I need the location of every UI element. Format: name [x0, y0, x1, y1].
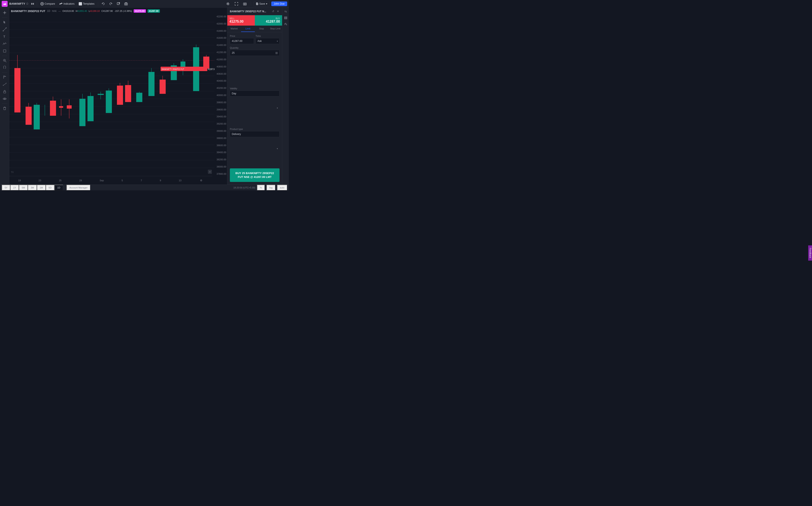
order-panel-close-btn[interactable]: ✕	[276, 9, 280, 13]
svg-rect-80	[98, 94, 104, 95]
rmt-sliders-btn[interactable]	[283, 21, 289, 27]
tab-stop-limit[interactable]: Stop Limit	[268, 25, 282, 32]
chart-area[interactable]: BANKNIFTY 29SEP22 FUT 1D NSE — O41519.00…	[9, 8, 227, 184]
indicators-btn[interactable]: Indicators	[58, 1, 76, 6]
order-panel-refresh-btn[interactable]: ↺	[272, 9, 275, 13]
bottom-bar: 5Y 1Y 6M 3M 1M 5D 1D Account Manager 18:…	[0, 184, 289, 190]
symbol-display[interactable]: BANKNIFTY	[9, 2, 25, 5]
order-form: Price Ticks Ask Bid Last Quantit	[227, 32, 282, 184]
topbar-right: Save ▾ John Doe	[224, 0, 287, 7]
lock-btn[interactable]	[1, 88, 8, 95]
time-settings-btn[interactable]: ⚙	[199, 178, 203, 183]
save-btn[interactable]: Save ▾	[253, 1, 270, 6]
price-group: Price	[230, 35, 254, 44]
eye-btn[interactable]	[1, 95, 8, 102]
trash-btn[interactable]	[1, 105, 8, 112]
bar-type-btn[interactable]	[30, 0, 35, 7]
svg-rect-86	[125, 85, 131, 102]
zoom-in-btn[interactable]	[1, 57, 8, 64]
svg-text:BANKNIFTY 29SEP22 FUT: BANKNIFTY 29SEP22 FUT	[162, 68, 184, 70]
svg-point-23	[3, 31, 3, 31]
user-btn[interactable]: John Doe	[271, 1, 287, 6]
calculator-icon[interactable]: ⊞	[275, 51, 278, 55]
price-40600: 40600.00	[212, 73, 227, 75]
sell-label: SELL	[229, 17, 253, 20]
svg-rect-82	[106, 91, 112, 113]
tf-1y[interactable]: 1Y	[10, 185, 19, 191]
camera-btn[interactable]	[123, 0, 129, 7]
account-manager-btn[interactable]: Account Manager	[67, 185, 90, 191]
svg-rect-76	[79, 99, 85, 126]
interval-display[interactable]: D	[26, 2, 28, 5]
svg-rect-0	[31, 3, 32, 5]
templates-btn[interactable]: Templates	[77, 1, 96, 6]
redo-btn[interactable]	[107, 0, 114, 7]
tf-6m[interactable]: 6M	[19, 185, 28, 191]
tf-5y[interactable]: 5Y	[2, 185, 10, 191]
bottom-bar-right: 18:20:56 (UTC+5:30) % log auto	[233, 185, 287, 191]
svg-rect-26	[3, 50, 6, 52]
cursor-btn[interactable]	[1, 19, 8, 25]
time-9: 9	[160, 179, 161, 182]
tf-3m[interactable]: 3M	[28, 185, 36, 191]
measure-btn[interactable]	[1, 81, 8, 88]
price-41800: 41800.00	[212, 29, 227, 32]
sell-header-btn[interactable]: SELL 41275.00	[227, 15, 255, 25]
product-type-select[interactable]: Delivery Intraday	[230, 131, 280, 137]
auto-btn[interactable]: auto	[277, 185, 287, 191]
time-5: 5	[122, 179, 123, 182]
validity-group: Validity Day IOC GTC	[230, 87, 280, 125]
price-38800: 38800.00	[212, 137, 227, 140]
quantity-wrapper: ⊞	[230, 50, 280, 56]
price-41000: 41000.00	[212, 58, 227, 61]
svg-rect-10	[117, 3, 119, 5]
crosshair-btn[interactable]	[1, 9, 8, 16]
svg-point-14	[227, 3, 229, 4]
tab-stop[interactable]: Stop	[255, 25, 269, 32]
percent-btn[interactable]: %	[257, 185, 265, 191]
tab-market[interactable]: Market	[227, 25, 241, 32]
tf-5d[interactable]: 5D	[46, 185, 54, 191]
elliott-wave-btn[interactable]	[1, 40, 8, 47]
buy-order-btn[interactable]: BUY 25 BANKNIFTY 29SEP22 FUT NSE @ 41287…	[230, 168, 280, 182]
shapes-btn[interactable]	[1, 48, 8, 54]
log-btn[interactable]: log	[267, 185, 275, 191]
fullscreen-btn[interactable]	[233, 0, 240, 7]
tf-1m[interactable]: 1M	[37, 185, 46, 191]
symbol-bar: BANKNIFTY 29SEP22 FUT 1D NSE — O41519.00…	[9, 8, 227, 14]
time-29: 29	[79, 179, 82, 182]
price-input[interactable]	[230, 38, 254, 44]
price-41400: 41400.00	[212, 44, 227, 46]
camera2-btn[interactable]	[241, 0, 248, 7]
svg-rect-63	[14, 68, 20, 112]
tf-1d[interactable]: 1D	[54, 185, 63, 191]
compare-btn[interactable]: Compare	[39, 1, 57, 6]
magnet-btn[interactable]	[1, 64, 8, 71]
draw-line-btn[interactable]	[1, 26, 8, 33]
svg-rect-15	[243, 3, 246, 5]
buy-header-btn[interactable]: BUY 41287.00	[255, 15, 282, 25]
symbol-name: BANKNIFTY 29SEP22 FUT	[11, 9, 45, 13]
rmt-arrow-btn[interactable]: ⇆	[283, 8, 289, 14]
settings-gear-btn[interactable]	[224, 0, 231, 7]
tab-limit[interactable]: Limit	[241, 25, 255, 32]
scroll-right-btn[interactable]: »	[208, 170, 212, 174]
chart-canvas: BANKNIFTY 29SEP22 FUT 41287.90	[9, 14, 214, 176]
price-40000: 40000.00	[212, 94, 227, 96]
validity-select-wrapper: Day IOC GTC	[230, 91, 280, 125]
flag-btn[interactable]	[1, 74, 8, 81]
price-41600: 41600.00	[212, 36, 227, 39]
rmt-layers-btn[interactable]	[283, 15, 289, 21]
svg-point-40	[4, 98, 5, 99]
validity-select[interactable]: Day IOC GTC	[230, 91, 280, 96]
popout-btn[interactable]	[115, 0, 122, 7]
quantity-input[interactable]	[230, 50, 280, 56]
ticks-select[interactable]: Ask Bid Last	[256, 38, 280, 44]
svg-point-24	[6, 28, 6, 28]
ticks-select-wrapper: Ask Bid Last	[256, 38, 280, 44]
time-7: 7	[140, 179, 142, 182]
undo-btn[interactable]	[100, 0, 107, 7]
price-39400: 39400.00	[212, 115, 227, 118]
logo	[2, 1, 8, 7]
text-btn[interactable]: T	[1, 33, 8, 40]
